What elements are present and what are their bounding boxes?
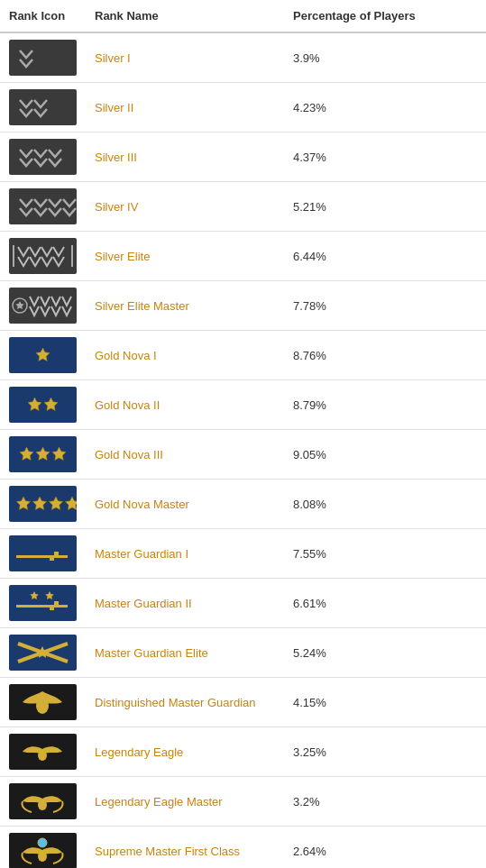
rank-icon-silver-elite <box>9 237 77 275</box>
table-row: Legendary Eagle Master3.2% <box>0 777 486 827</box>
col-rank-icon: Rank Icon <box>0 0 86 32</box>
table-row: Silver I3.9% <box>0 32 486 83</box>
rank-icon-cell <box>0 827 86 869</box>
rank-name: Master Guardian I <box>86 529 284 579</box>
table-row: Gold Nova Master8.08% <box>0 480 486 529</box>
svg-rect-11 <box>9 535 77 571</box>
svg-point-17 <box>36 698 49 714</box>
rank-percentage: 8.79% <box>284 380 486 430</box>
rank-icon-cell <box>0 529 86 579</box>
rank-name: Master Guardian Elite <box>86 628 284 678</box>
rank-icon-cell <box>0 182 86 232</box>
rank-percentage: 7.78% <box>284 281 486 331</box>
table-row: Legendary Eagle3.25% <box>0 727 486 777</box>
col-rank-name: Rank Name <box>86 0 284 32</box>
svg-rect-8 <box>9 387 77 423</box>
rank-percentage: 5.21% <box>284 182 486 232</box>
rank-icon-distinguished-master-guardian <box>9 683 77 721</box>
table-row: Silver Elite6.44% <box>0 232 486 281</box>
rank-name: Silver III <box>86 132 284 182</box>
rank-percentage: 4.23% <box>284 83 486 132</box>
rank-icon-cell <box>0 331 86 380</box>
rank-icon-cell <box>0 132 86 182</box>
rank-icon-master-guardian-ii <box>9 584 77 622</box>
rank-percentage: 6.61% <box>284 579 486 628</box>
table-header: Rank Icon Rank Name Percentage of Player… <box>0 0 486 32</box>
rank-percentage: 3.25% <box>284 727 486 777</box>
rank-name: Gold Nova I <box>86 331 284 380</box>
rank-percentage: 4.37% <box>284 132 486 182</box>
svg-rect-2 <box>9 139 77 175</box>
rank-percentage: 4.15% <box>284 678 486 727</box>
rank-name: Supreme Master First Class <box>86 827 284 869</box>
rank-percentage: 8.76% <box>284 331 486 380</box>
rank-name: Master Guardian II <box>86 579 284 628</box>
rank-percentage: 8.08% <box>284 480 486 529</box>
rank-icon-legendary-eagle <box>9 733 77 771</box>
rank-icon-master-guardian-elite <box>9 634 77 672</box>
svg-point-19 <box>38 750 47 761</box>
ranks-table: Rank Icon Rank Name Percentage of Player… <box>0 0 486 868</box>
table-row: Supreme Master First Class2.64% <box>0 827 486 869</box>
table-row: Gold Nova II8.79% <box>0 380 486 430</box>
svg-rect-4 <box>9 238 77 274</box>
table-row: Gold Nova I8.76% <box>0 331 486 380</box>
table-row: Silver III4.37% <box>0 132 486 182</box>
rank-icon-silver-ii <box>9 88 77 126</box>
svg-rect-12 <box>9 585 77 621</box>
rank-icon-cell <box>0 380 86 430</box>
rank-name: Gold Nova II <box>86 380 284 430</box>
rank-icon-cell <box>0 628 86 678</box>
col-percentage: Percentage of Players <box>284 0 486 32</box>
rank-name: Distinguished Master Guardian <box>86 678 284 727</box>
rank-icon-gold-nova-iii <box>9 435 77 473</box>
table-row: Master Guardian II6.61% <box>0 579 486 628</box>
rank-percentage: 6.44% <box>284 232 486 281</box>
rank-percentage: 5.24% <box>284 628 486 678</box>
table-container: Rank Icon Rank Name Percentage of Player… <box>0 0 486 868</box>
rank-name: Silver I <box>86 32 284 83</box>
rank-name: Silver II <box>86 83 284 132</box>
rank-icon-supreme-master-first-class <box>9 832 77 868</box>
table-row: Silver Elite Master7.78% <box>0 281 486 331</box>
table-row: Gold Nova III9.05% <box>0 430 486 480</box>
svg-point-21 <box>38 799 47 810</box>
svg-point-23 <box>38 851 47 862</box>
rank-icon-master-guardian-i <box>9 535 77 572</box>
rank-percentage: 9.05% <box>284 430 486 480</box>
rank-icon-gold-nova-i <box>9 336 77 374</box>
rank-icon-gold-nova-master <box>9 485 77 523</box>
rank-icon-gold-nova-ii <box>9 386 77 424</box>
rank-name: Gold Nova III <box>86 430 284 480</box>
rank-name: Silver Elite Master <box>86 281 284 331</box>
rank-icon-cell <box>0 281 86 331</box>
rank-icon-cell <box>0 579 86 628</box>
rank-name: Gold Nova Master <box>86 480 284 529</box>
rank-icon-cell <box>0 430 86 480</box>
rank-percentage: 7.55% <box>284 529 486 579</box>
rank-icon-cell <box>0 777 86 827</box>
table-row: Master Guardian I7.55% <box>0 529 486 579</box>
svg-rect-1 <box>9 89 77 125</box>
rank-percentage: 3.2% <box>284 777 486 827</box>
svg-point-24 <box>38 838 47 847</box>
table-row: Master Guardian Elite5.24% <box>0 628 486 678</box>
rank-name: Silver Elite <box>86 232 284 281</box>
rank-icon-legendary-eagle-master <box>9 782 77 820</box>
svg-rect-0 <box>9 40 77 76</box>
rank-icon-silver-i <box>9 39 77 77</box>
rank-percentage: 3.9% <box>284 32 486 83</box>
table-row: Silver IV5.21% <box>0 182 486 232</box>
table-row: Distinguished Master Guardian4.15% <box>0 678 486 727</box>
rank-icon-cell <box>0 83 86 132</box>
rank-name: Legendary Eagle <box>86 727 284 777</box>
rank-icon-cell <box>0 32 86 83</box>
rank-icon-cell <box>0 232 86 281</box>
table-row: Silver II4.23% <box>0 83 486 132</box>
rank-icon-silver-elite-master <box>9 287 77 324</box>
rank-icon-silver-iii <box>9 138 77 176</box>
rank-name: Silver IV <box>86 182 284 232</box>
rank-icon-cell <box>0 480 86 529</box>
svg-rect-3 <box>9 188 77 224</box>
rank-percentage: 2.64% <box>284 827 486 869</box>
